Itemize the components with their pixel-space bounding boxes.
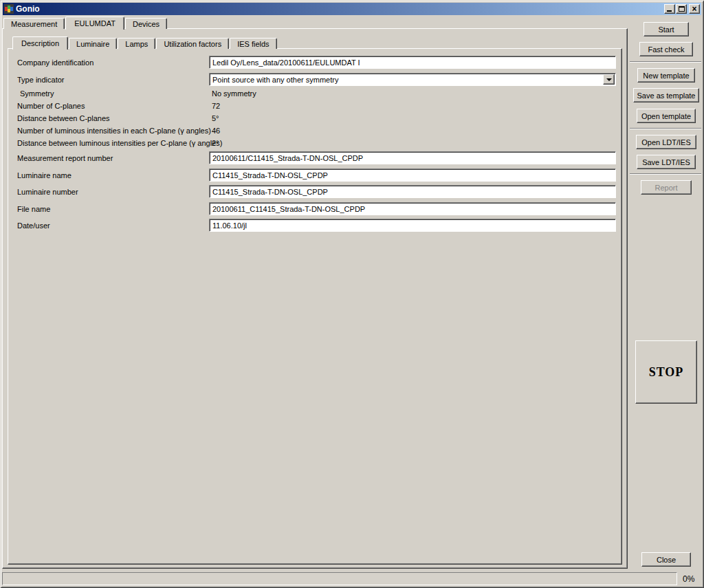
form-row: Distance between C-planes 5° (8, 113, 622, 123)
maximize-button[interactable] (676, 4, 687, 14)
tab-eulumdat[interactable]: EULUMDAT (65, 17, 124, 30)
file-name-label: File name (17, 205, 50, 213)
app-window: Gonio × Measurement EULUMDAT Devices Des… (0, 0, 704, 588)
form-row: File name (8, 202, 622, 215)
form-row: Number of C-planes 72 (8, 101, 622, 111)
luminous-intensities-distance-value: 2° (212, 139, 219, 147)
form-row: Luminaire number (8, 185, 622, 198)
file-name-input[interactable] (209, 202, 616, 215)
progress-bar (2, 572, 677, 585)
number-of-c-planes-value: 72 (212, 102, 220, 110)
subtab-utilization-factors[interactable]: Utilization factors (156, 38, 229, 49)
subtab-luminaire[interactable]: Luminaire (69, 38, 117, 49)
description-tab-page: Company identification Type indicator Po… (8, 48, 622, 565)
luminous-intensities-distance-label: Distance between luminous intensities pe… (17, 139, 222, 147)
distance-between-c-planes-label: Distance between C-planes (17, 114, 110, 122)
number-of-c-planes-label: Number of C-planes (17, 102, 85, 110)
close-icon: × (690, 4, 699, 14)
button-group-separator (630, 128, 701, 129)
close-window-button[interactable]: × (689, 4, 700, 14)
report-button: Report (641, 180, 692, 195)
subtab-description[interactable]: Description (12, 36, 68, 50)
tab-measurement[interactable]: Measurement (3, 18, 65, 29)
title-bar[interactable]: Gonio × (3, 3, 701, 15)
button-group-separator (630, 173, 701, 175)
symmetry-value: No symmetry (212, 89, 256, 98)
form-row: Number of luminous intensities in each C… (8, 126, 622, 135)
luminous-intensities-count-value: 46 (212, 127, 220, 135)
minimize-icon (667, 10, 672, 12)
tab-devices[interactable]: Devices (125, 18, 167, 29)
form-row: Company identification (8, 56, 622, 69)
open-ldt-ies-button[interactable]: Open LDT/IES (636, 135, 696, 149)
luminous-intensities-count-label: Number of luminous intensities in each C… (17, 127, 211, 135)
save-as-template-button[interactable]: Save as template (633, 88, 699, 102)
date-user-input[interactable] (209, 219, 616, 232)
type-indicator-dropdown-button[interactable] (603, 74, 615, 85)
app-icon (4, 4, 14, 14)
main-tabstrip: Measurement EULUMDAT Devices (3, 16, 168, 29)
button-group-separator (630, 61, 701, 63)
measurement-report-number-input[interactable] (209, 151, 616, 164)
fast-check-button[interactable]: Fast check (639, 42, 693, 56)
distance-between-c-planes-value: 5° (212, 114, 219, 122)
new-template-button[interactable]: New template (637, 68, 695, 83)
eulumdat-tab-page: Description Luminaire Lamps Utilization … (2, 28, 628, 569)
close-button[interactable]: Close (641, 552, 691, 567)
form-row: Distance between luminous intensities pe… (8, 138, 622, 148)
open-template-button[interactable]: Open template (637, 109, 696, 123)
measurement-report-number-label: Measurement report number (17, 154, 113, 162)
type-indicator-label: Type indicator (17, 76, 64, 84)
minimize-button[interactable] (664, 4, 675, 14)
save-ldt-ies-button[interactable]: Save LDT/IES (637, 155, 696, 169)
stop-button[interactable]: STOP (635, 340, 697, 404)
maximize-icon (679, 6, 685, 12)
company-identification-input[interactable] (209, 56, 616, 69)
luminaire-number-input[interactable] (209, 185, 616, 198)
subtab-ies-fields[interactable]: IES fields (230, 38, 276, 49)
chevron-down-icon (606, 78, 612, 81)
form-row: Symmetry No symmetry (8, 89, 622, 98)
luminaire-name-label: Luminaire name (17, 171, 72, 179)
company-identification-label: Company identification (17, 58, 94, 67)
progress-percent: 0% (683, 574, 694, 584)
form-row: Type indicator Point source with any oth… (8, 73, 622, 86)
start-button[interactable]: Start (644, 22, 689, 36)
type-indicator-selected-value: Point source with any other symmetry (212, 76, 338, 84)
luminaire-name-input[interactable] (209, 168, 616, 182)
form-row: Luminaire name (8, 168, 622, 182)
subtab-lamps[interactable]: Lamps (118, 38, 155, 49)
type-indicator-combobox[interactable]: Point source with any other symmetry (209, 73, 616, 86)
form-row: Measurement report number (8, 151, 622, 164)
luminaire-number-label: Luminaire number (17, 188, 78, 196)
eulumdat-subtabstrip: Description Luminaire Lamps Utilization … (12, 36, 278, 49)
window-title: Gonio (16, 3, 663, 15)
date-user-label: Date/user (17, 221, 50, 230)
form-row: Date/user (8, 219, 622, 232)
symmetry-label: Symmetry (20, 89, 54, 98)
